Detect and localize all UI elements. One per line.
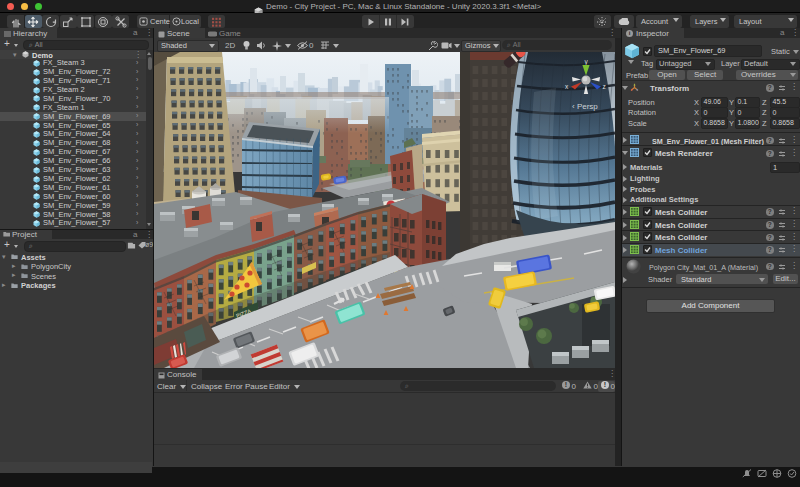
svg-text:z: z — [603, 83, 606, 90]
svg-text:‹ Persp: ‹ Persp — [572, 102, 598, 111]
